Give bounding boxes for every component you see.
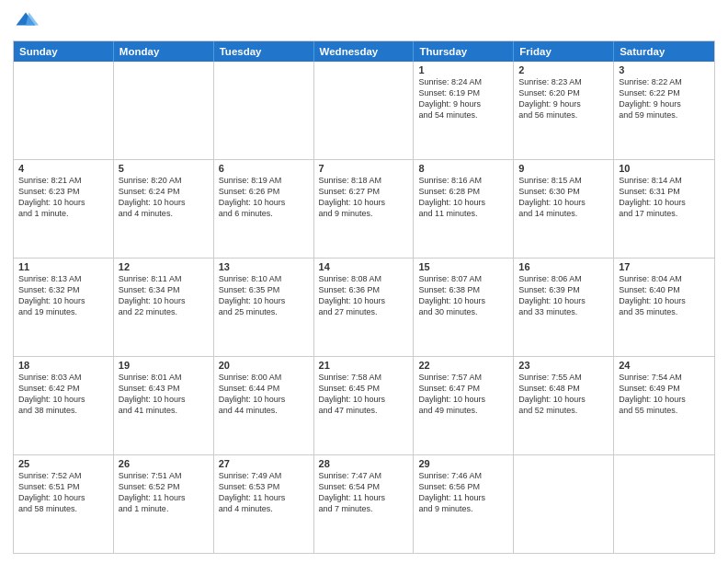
calendar-cell: 12Sunrise: 8:11 AMSunset: 6:34 PMDayligh… [114, 259, 214, 356]
day-info: Sunrise: 8:22 AMSunset: 6:22 PMDaylight:… [619, 76, 710, 121]
day-number: 12 [119, 261, 209, 272]
day-number: 28 [319, 458, 409, 469]
calendar-cell: 13Sunrise: 8:10 AMSunset: 6:35 PMDayligh… [214, 259, 314, 356]
calendar-cell: 9Sunrise: 8:15 AMSunset: 6:30 PMDaylight… [514, 160, 614, 258]
calendar-cell: 29Sunrise: 7:46 AMSunset: 6:56 PMDayligh… [414, 455, 514, 553]
calendar-cell: 26Sunrise: 7:51 AMSunset: 6:52 PMDayligh… [114, 455, 214, 553]
day-info: Sunrise: 8:20 AMSunset: 6:24 PMDaylight:… [119, 175, 209, 220]
day-info: Sunrise: 7:54 AMSunset: 6:49 PMDaylight:… [619, 372, 710, 417]
calendar-row: 25Sunrise: 7:52 AMSunset: 6:51 PMDayligh… [14, 454, 714, 553]
day-info: Sunrise: 8:16 AMSunset: 6:28 PMDaylight:… [418, 175, 508, 220]
day-number: 5 [119, 163, 209, 174]
day-info: Sunrise: 8:10 AMSunset: 6:35 PMDaylight:… [219, 273, 309, 318]
day-info: Sunrise: 8:00 AMSunset: 6:44 PMDaylight:… [219, 372, 309, 417]
calendar-cell: 20Sunrise: 8:00 AMSunset: 6:44 PMDayligh… [214, 357, 314, 454]
day-info: Sunrise: 7:47 AMSunset: 6:54 PMDaylight:… [319, 470, 409, 515]
day-number: 9 [518, 163, 609, 174]
day-info: Sunrise: 8:18 AMSunset: 6:27 PMDaylight:… [319, 175, 409, 220]
calendar-cell: 5Sunrise: 8:20 AMSunset: 6:24 PMDaylight… [114, 160, 214, 258]
page: SundayMondayTuesdayWednesdayThursdayFrid… [0, 0, 728, 563]
calendar-cell [514, 455, 614, 553]
calendar-cell: 28Sunrise: 7:47 AMSunset: 6:54 PMDayligh… [314, 455, 415, 553]
calendar-cell: 6Sunrise: 8:19 AMSunset: 6:26 PMDaylight… [214, 160, 314, 258]
svg-marker-1 [26, 13, 39, 26]
calendar-cell: 16Sunrise: 8:06 AMSunset: 6:39 PMDayligh… [514, 259, 614, 356]
day-number: 24 [619, 360, 710, 371]
day-info: Sunrise: 7:57 AMSunset: 6:47 PMDaylight:… [418, 372, 508, 417]
day-number: 13 [219, 261, 309, 272]
day-number: 15 [418, 261, 508, 272]
day-number: 2 [518, 64, 609, 75]
calendar-cell [114, 62, 214, 159]
calendar-body: 1Sunrise: 8:24 AMSunset: 6:19 PMDaylight… [14, 62, 714, 553]
calendar-row: 1Sunrise: 8:24 AMSunset: 6:19 PMDaylight… [14, 62, 714, 159]
day-info: Sunrise: 7:46 AMSunset: 6:56 PMDaylight:… [418, 470, 508, 515]
calendar-cell: 7Sunrise: 8:18 AMSunset: 6:27 PMDaylight… [314, 160, 415, 258]
day-number: 7 [319, 163, 409, 174]
calendar-cell: 22Sunrise: 7:57 AMSunset: 6:47 PMDayligh… [414, 357, 514, 454]
calendar-cell: 19Sunrise: 8:01 AMSunset: 6:43 PMDayligh… [114, 357, 214, 454]
calendar-cell: 2Sunrise: 8:23 AMSunset: 6:20 PMDaylight… [514, 62, 614, 159]
calendar-cell: 10Sunrise: 8:14 AMSunset: 6:31 PMDayligh… [614, 160, 714, 258]
weekday-header: Monday [114, 41, 214, 62]
calendar-cell: 15Sunrise: 8:07 AMSunset: 6:38 PMDayligh… [414, 259, 514, 356]
day-number: 16 [518, 261, 609, 272]
day-number: 17 [619, 261, 710, 272]
day-info: Sunrise: 8:08 AMSunset: 6:36 PMDaylight:… [319, 273, 409, 318]
day-number: 18 [18, 360, 108, 371]
logo [13, 9, 42, 35]
day-info: Sunrise: 8:19 AMSunset: 6:26 PMDaylight:… [219, 175, 309, 220]
day-info: Sunrise: 8:07 AMSunset: 6:38 PMDaylight:… [418, 273, 508, 318]
day-number: 10 [619, 163, 710, 174]
day-info: Sunrise: 8:04 AMSunset: 6:40 PMDaylight:… [619, 273, 710, 318]
calendar-cell: 27Sunrise: 7:49 AMSunset: 6:53 PMDayligh… [214, 455, 314, 553]
day-info: Sunrise: 8:01 AMSunset: 6:43 PMDaylight:… [119, 372, 209, 417]
calendar-row: 4Sunrise: 8:21 AMSunset: 6:23 PMDaylight… [14, 159, 714, 258]
calendar-cell [14, 62, 114, 159]
day-number: 4 [18, 163, 108, 174]
calendar-cell: 25Sunrise: 7:52 AMSunset: 6:51 PMDayligh… [14, 455, 114, 553]
weekday-header: Wednesday [314, 41, 415, 62]
day-info: Sunrise: 7:52 AMSunset: 6:51 PMDaylight:… [18, 470, 108, 515]
calendar-cell: 11Sunrise: 8:13 AMSunset: 6:32 PMDayligh… [14, 259, 114, 356]
calendar-cell: 23Sunrise: 7:55 AMSunset: 6:48 PMDayligh… [514, 357, 614, 454]
day-number: 20 [219, 360, 309, 371]
day-number: 21 [319, 360, 409, 371]
day-info: Sunrise: 8:13 AMSunset: 6:32 PMDaylight:… [18, 273, 108, 318]
day-number: 14 [319, 261, 409, 272]
calendar-cell [214, 62, 314, 159]
calendar-cell [314, 62, 415, 159]
weekday-header: Thursday [414, 41, 514, 62]
day-info: Sunrise: 8:23 AMSunset: 6:20 PMDaylight:… [518, 76, 609, 121]
calendar-cell: 8Sunrise: 8:16 AMSunset: 6:28 PMDaylight… [414, 160, 514, 258]
day-number: 26 [119, 458, 209, 469]
day-info: Sunrise: 8:06 AMSunset: 6:39 PMDaylight:… [518, 273, 609, 318]
header [13, 9, 715, 35]
day-info: Sunrise: 8:14 AMSunset: 6:31 PMDaylight:… [619, 175, 710, 220]
calendar-cell: 24Sunrise: 7:54 AMSunset: 6:49 PMDayligh… [614, 357, 714, 454]
day-info: Sunrise: 8:15 AMSunset: 6:30 PMDaylight:… [518, 175, 609, 220]
calendar-cell: 3Sunrise: 8:22 AMSunset: 6:22 PMDaylight… [614, 62, 714, 159]
day-info: Sunrise: 7:49 AMSunset: 6:53 PMDaylight:… [219, 470, 309, 515]
day-number: 27 [219, 458, 309, 469]
calendar-header-row: SundayMondayTuesdayWednesdayThursdayFrid… [14, 41, 714, 62]
calendar-row: 18Sunrise: 8:03 AMSunset: 6:42 PMDayligh… [14, 356, 714, 454]
day-info: Sunrise: 8:11 AMSunset: 6:34 PMDaylight:… [119, 273, 209, 318]
day-info: Sunrise: 7:55 AMSunset: 6:48 PMDaylight:… [518, 372, 609, 417]
day-number: 25 [18, 458, 108, 469]
calendar-cell: 4Sunrise: 8:21 AMSunset: 6:23 PMDaylight… [14, 160, 114, 258]
day-number: 1 [418, 64, 508, 75]
day-number: 8 [418, 163, 508, 174]
weekday-header: Sunday [14, 41, 114, 62]
day-number: 3 [619, 64, 710, 75]
day-number: 11 [18, 261, 108, 272]
weekday-header: Friday [514, 41, 614, 62]
calendar-cell: 14Sunrise: 8:08 AMSunset: 6:36 PMDayligh… [314, 259, 415, 356]
day-info: Sunrise: 7:58 AMSunset: 6:45 PMDaylight:… [319, 372, 409, 417]
day-number: 29 [418, 458, 508, 469]
weekday-header: Tuesday [214, 41, 314, 62]
day-number: 22 [418, 360, 508, 371]
calendar-cell: 1Sunrise: 8:24 AMSunset: 6:19 PMDaylight… [414, 62, 514, 159]
weekday-header: Saturday [614, 41, 714, 62]
calendar: SundayMondayTuesdayWednesdayThursdayFrid… [13, 40, 715, 554]
